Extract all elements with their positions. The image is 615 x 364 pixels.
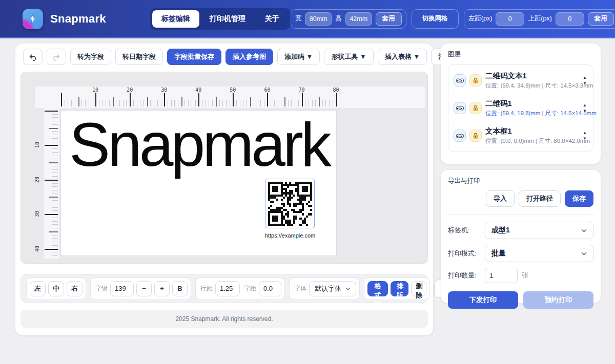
label-text-element[interactable]: Snapmark bbox=[69, 111, 329, 181]
print-count-unit: 张 bbox=[522, 271, 528, 280]
qr-code-element[interactable] bbox=[265, 179, 315, 228]
nav-tab[interactable]: 标签编辑 bbox=[152, 10, 199, 28]
layer-reorder-controls: ▲ ▼ bbox=[582, 75, 588, 86]
move-layer-down-button[interactable]: ▼ bbox=[582, 109, 588, 114]
export-actions: 导入 打开路径 保存 bbox=[448, 190, 593, 207]
export-panel-title: 导出与打印 bbox=[448, 177, 593, 185]
layer-row[interactable]: 文本框1 位置: (0.0, 0.0)mm | 尺寸: 80.0×42.0mm … bbox=[454, 122, 588, 149]
move-layer-up-button[interactable]: ▲ bbox=[582, 131, 588, 136]
delete-button[interactable]: 删除 bbox=[411, 281, 426, 296]
lock-icon bbox=[472, 132, 479, 139]
apply-size-button[interactable]: 套用 bbox=[376, 12, 402, 26]
font-size-input[interactable] bbox=[110, 281, 134, 296]
redo-icon bbox=[52, 53, 60, 61]
move-layer-down-button[interactable]: ▼ bbox=[582, 136, 588, 141]
align-left-button[interactable]: 左 bbox=[30, 281, 46, 296]
h-ruler-label: 50 bbox=[230, 87, 236, 93]
font-family-value: 默认字体 bbox=[315, 284, 341, 293]
font-size-decrease-button[interactable]: − bbox=[136, 281, 152, 296]
import-button[interactable]: 导入 bbox=[486, 190, 515, 207]
footer: 2025 Snapmark. All rights reserved. bbox=[20, 310, 428, 328]
layer-name: 二维码文本1 bbox=[485, 71, 578, 81]
lock-toggle-button[interactable] bbox=[469, 102, 482, 114]
line-height-label: 行距 bbox=[199, 284, 213, 293]
font-size-increase-button[interactable]: + bbox=[154, 281, 170, 296]
line-height-input[interactable] bbox=[215, 281, 240, 296]
print-count-row: 打印数量: 张 bbox=[448, 268, 593, 283]
print-now-button[interactable]: 下发打印 bbox=[448, 291, 518, 309]
width-input[interactable] bbox=[305, 12, 332, 26]
v-ruler-label: 20 bbox=[34, 174, 40, 186]
chevron-down-icon bbox=[581, 252, 587, 255]
offset-group: 左距(px) 上距(px) 套用 bbox=[464, 9, 615, 29]
lock-toggle-button[interactable] bbox=[469, 130, 482, 142]
nav-tab[interactable]: 打印机管理 bbox=[200, 10, 255, 28]
move-layer-up-button[interactable]: ▲ bbox=[582, 75, 588, 80]
label-canvas[interactable]: Snapmark https://example.com bbox=[61, 111, 336, 255]
top-offset-input[interactable] bbox=[556, 12, 584, 26]
move-layer-up-button[interactable]: ▲ bbox=[582, 103, 588, 108]
nav-tab[interactable]: 关于 bbox=[256, 10, 289, 28]
layout-button[interactable]: 排版 bbox=[391, 281, 408, 296]
export-print-panel: 导出与打印 导入 打开路径 保存 标签机: 成型1 打印模式: 批量 打印数量:… bbox=[441, 170, 601, 303]
align-center-button[interactable]: 中 bbox=[48, 281, 64, 296]
format-painter-button[interactable]: 格式刷 bbox=[367, 281, 388, 296]
add-code-dropdown[interactable]: 添加码 ▼ bbox=[277, 49, 320, 65]
print-mode-select[interactable]: 批量 bbox=[485, 245, 593, 262]
shape-tools-dropdown[interactable]: 形状工具 ▼ bbox=[324, 49, 373, 65]
canvas-area: 1020304050607080 10203040 Snapmark https… bbox=[20, 72, 428, 264]
batch-save-fields-button[interactable]: 字段批量保存 bbox=[167, 49, 221, 65]
redo-button[interactable] bbox=[47, 49, 66, 65]
move-layer-down-button[interactable]: ▼ bbox=[582, 81, 588, 86]
undo-button[interactable] bbox=[23, 49, 43, 65]
apply-offset-button[interactable]: 套用 bbox=[588, 12, 614, 26]
layer-row[interactable]: 二维码1 位置: (59.4, 19.8)mm | 尺寸: 14.5×14.5m… bbox=[454, 94, 588, 122]
qr-caption-text[interactable]: https://example.com bbox=[254, 232, 326, 239]
actions-group: 格式刷 排版 删除 bbox=[364, 277, 430, 300]
convert-field-button[interactable]: 转为字段 bbox=[70, 49, 111, 65]
toggle-grid-button[interactable]: 切换网格 bbox=[416, 12, 454, 26]
app-logo bbox=[23, 9, 43, 29]
layer-name: 二维码1 bbox=[485, 99, 578, 109]
nav-controls: 宽 高 套用 切换网格 左距(px) 上距(px) 套用 bbox=[291, 9, 615, 29]
font-family-select[interactable]: 默认字体 bbox=[309, 281, 356, 296]
printer-value: 成型1 bbox=[491, 226, 581, 235]
layer-info: 文本框1 位置: (0.0, 0.0)mm | 尺寸: 80.0×42.0mm bbox=[485, 126, 578, 145]
navbar: Snapmark 标签编辑打印机管理关于 宽 高 套用 切换网格 左距(px) … bbox=[0, 0, 615, 38]
print-schedule-button[interactable]: 预约打印 bbox=[523, 291, 593, 309]
convert-date-field-button[interactable]: 转日期字段 bbox=[115, 49, 163, 65]
save-button[interactable]: 保存 bbox=[565, 190, 593, 207]
insert-reference-button[interactable]: 插入参考图 bbox=[225, 49, 273, 65]
align-right-button[interactable]: 右 bbox=[67, 281, 83, 296]
printer-select[interactable]: 成型1 bbox=[485, 222, 593, 239]
align-group: 左 中 右 bbox=[26, 277, 86, 300]
insert-table-dropdown[interactable]: 插入表格 ▼ bbox=[378, 49, 427, 65]
lightning-icon bbox=[27, 13, 38, 25]
layer-row[interactable]: 二维码文本1 位置: (59.4, 34.9)mm | 尺寸: 14.5×3.3… bbox=[454, 67, 588, 94]
printer-label: 标签机: bbox=[448, 226, 481, 235]
visibility-toggle-button[interactable] bbox=[454, 74, 466, 87]
chevron-down-icon bbox=[345, 287, 351, 290]
chevron-down-icon bbox=[581, 229, 587, 232]
lock-toggle-button[interactable] bbox=[469, 74, 482, 87]
layer-info: 二维码文本1 位置: (59.4, 34.9)mm | 尺寸: 14.5×3.3… bbox=[485, 71, 578, 90]
layer-info: 二维码1 位置: (59.4, 19.8)mm | 尺寸: 14.5×14.5m… bbox=[485, 99, 578, 117]
qr-code-svg bbox=[268, 182, 312, 226]
left-offset-input[interactable] bbox=[496, 12, 524, 26]
print-mode-row: 打印模式: 批量 bbox=[448, 245, 593, 262]
eyes-icon bbox=[456, 77, 464, 84]
print-count-label: 打印数量: bbox=[448, 271, 481, 280]
grid-toggle-group: 切换网格 bbox=[412, 9, 459, 29]
height-input[interactable] bbox=[345, 12, 372, 26]
letter-spacing-input[interactable] bbox=[259, 281, 281, 296]
print-mode-label: 打印模式: bbox=[448, 249, 481, 258]
visibility-toggle-button[interactable] bbox=[454, 102, 466, 114]
lock-icon bbox=[472, 104, 479, 112]
bold-button[interactable]: B bbox=[172, 281, 188, 296]
layer-list: 二维码文本1 位置: (59.4, 34.9)mm | 尺寸: 14.5×3.3… bbox=[448, 64, 593, 152]
font-family-group: 字体 默认字体 bbox=[289, 277, 360, 300]
visibility-toggle-button[interactable] bbox=[454, 130, 466, 142]
print-count-input[interactable] bbox=[485, 268, 518, 283]
editor-panel: 转为字段 转日期字段 字段批量保存 插入参考图 添加码 ▼ 形状工具 ▼ 插入表… bbox=[15, 44, 433, 335]
open-path-button[interactable]: 打开路径 bbox=[519, 190, 561, 207]
